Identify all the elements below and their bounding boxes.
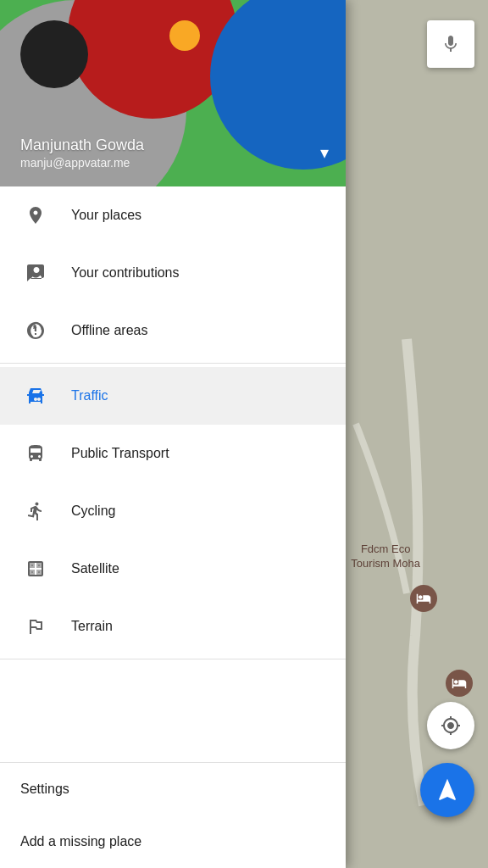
- drawer-header: Manjunath Gowda manju@appvatar.me ▾: [0, 0, 346, 186]
- public-transport-label: Public Transport: [71, 446, 169, 461]
- microphone-icon: [441, 34, 461, 54]
- map-pin-2: [446, 670, 473, 697]
- navigation-icon: [434, 776, 461, 804]
- menu-item-terrain[interactable]: Terrain: [0, 598, 346, 655]
- add-missing-place-label: Add a missing place: [20, 834, 141, 849]
- traffic-icon: [20, 381, 51, 411]
- settings-item[interactable]: Settings: [0, 763, 346, 815]
- menu-divider-2: [0, 659, 346, 659]
- terrain-icon: [20, 611, 51, 642]
- satellite-label: Satellite: [71, 561, 119, 576]
- drawer-bottom: Settings Add a missing place: [0, 762, 346, 868]
- navigation-drawer: Manjunath Gowda manju@appvatar.me ▾ Your…: [0, 0, 346, 868]
- menu-item-cycling[interactable]: Cycling: [0, 482, 346, 540]
- user-email: manju@appvatar.me: [20, 156, 144, 170]
- my-location-icon: [441, 715, 461, 736]
- microphone-button[interactable]: [427, 20, 474, 68]
- navigation-button[interactable]: [420, 763, 474, 817]
- menu-item-your-contributions[interactable]: Your contributions: [0, 244, 346, 302]
- menu-item-satellite[interactable]: Satellite: [0, 540, 346, 598]
- your-places-label: Your places: [71, 208, 141, 223]
- add-missing-place-item[interactable]: Add a missing place: [0, 815, 346, 868]
- your-contributions-icon: [20, 258, 51, 288]
- menu-item-traffic[interactable]: Traffic: [0, 367, 346, 425]
- public-transport-icon: [20, 438, 51, 469]
- cycling-label: Cycling: [71, 504, 115, 519]
- your-places-icon: [20, 200, 51, 231]
- menu-item-offline-areas[interactable]: Offline areas: [0, 302, 346, 359]
- avatar: [20, 20, 88, 88]
- user-info: Manjunath Gowda manju@appvatar.me: [20, 136, 144, 170]
- terrain-label: Terrain: [71, 619, 113, 634]
- menu-item-your-places[interactable]: Your places: [0, 186, 346, 244]
- menu-section: Your places Your contributions: [0, 186, 346, 762]
- satellite-icon: [20, 554, 51, 584]
- cycling-icon: [20, 496, 51, 526]
- offline-areas-label: Offline areas: [71, 323, 147, 338]
- my-location-button[interactable]: [427, 702, 474, 749]
- user-name: Manjunath Gowda: [20, 136, 144, 154]
- settings-label: Settings: [20, 782, 69, 797]
- offline-areas-icon: [20, 315, 51, 346]
- traffic-label: Traffic: [71, 388, 108, 403]
- map-location-label: Fdcm EcoTourism Moha: [351, 542, 420, 571]
- menu-item-public-transport[interactable]: Public Transport: [0, 425, 346, 482]
- header-yellow-dot: [169, 20, 200, 51]
- account-dropdown-button[interactable]: ▾: [320, 142, 329, 163]
- your-contributions-label: Your contributions: [71, 265, 180, 281]
- menu-divider-1: [0, 363, 346, 364]
- map-pin-1: [410, 585, 437, 612]
